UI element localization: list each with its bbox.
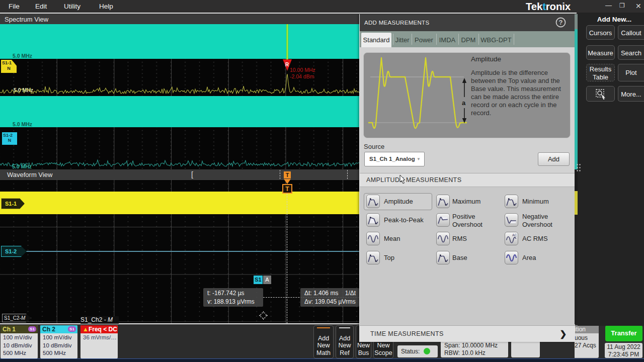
svg-text:Amplitude: Amplitude	[471, 55, 501, 63]
svg-text:R: R	[285, 62, 289, 67]
svg-text:?: ?	[558, 19, 562, 26]
svg-text:Amplitude is the difference: Amplitude is the difference	[471, 69, 548, 76]
svg-text:record or on each cycle in the: record or on each cycle in the	[471, 101, 557, 109]
svg-text:10.00 MHz: 10.00 MHz	[290, 67, 315, 73]
svg-text:AC: AC	[512, 233, 517, 237]
svg-text:a: a	[462, 99, 466, 107]
svg-text:-2.04 dBm: -2.04 dBm	[290, 73, 314, 79]
svg-text:record.: record.	[471, 109, 491, 117]
svg-text:can be made across the entire: can be made across the entire	[471, 93, 559, 101]
svg-text:between the Top value and the: between the Top value and the	[471, 77, 560, 84]
svg-text:Base value. This measurement: Base value. This measurement	[471, 85, 561, 93]
